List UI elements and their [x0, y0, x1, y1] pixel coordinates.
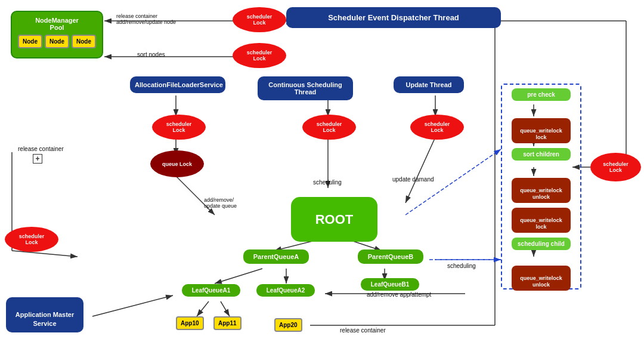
update-thread-node: Update Thread [394, 76, 464, 93]
scheduling-child-node: scheduling child [512, 238, 571, 250]
node1-node: Node [18, 35, 42, 48]
queue-writelock-unlock1-node: queue_writelock unlock [512, 178, 571, 203]
svg-line-11 [405, 137, 435, 203]
svg-line-14 [215, 269, 262, 284]
release-container-bottom-label: release container [340, 327, 386, 334]
leaf-queue-a1-node: LeafQueueA1 [182, 284, 240, 297]
parent-queue-b-node: ParentQueueB [358, 249, 423, 264]
parent-queue-a-node: ParentQueueA [243, 249, 309, 264]
queue-writelock-unlock2-node: queue_writelock unlock [512, 266, 571, 291]
leaf-queue-a2-node: LeafQueueA2 [256, 284, 315, 297]
scheduler-lock-left: scheduler Lock [5, 227, 58, 252]
scheduling-label: scheduling [313, 179, 342, 186]
nm-pool-node: NodeManager Pool Node Node Node [11, 11, 103, 58]
svg-line-17 [197, 301, 209, 316]
app20-node: App20 [274, 318, 302, 332]
node2-node: Node [45, 35, 69, 48]
add-remove-update-label: add/remove/ update queue [204, 197, 237, 209]
scheduler-lock2: scheduler Lock [233, 43, 286, 68]
leaf-queue-b1-node: LeafQueueB1 [361, 278, 419, 291]
svg-line-21 [92, 295, 173, 316]
scheduler-lock6: scheduler Lock [590, 153, 641, 181]
app10-node: App10 [176, 316, 204, 330]
nm-pool-label: NodeManager Pool [17, 17, 97, 31]
scheduler-lock1: scheduler Lock [233, 7, 286, 32]
scheduler-dispatcher-node: Scheduler Event Dispatcher Thread [286, 7, 501, 28]
release-add-remove-label: release container add/remove/update node [116, 13, 176, 25]
cont-sched-node: Continuous Scheduling Thread [258, 76, 353, 100]
svg-line-20 [12, 251, 78, 257]
scheduler-lock4: scheduler Lock [302, 115, 356, 140]
sort-nodes-label: sort nodes [137, 51, 165, 58]
queue-lock-node: queue Lock [150, 150, 204, 177]
queue-writelock-lock2-node: queue_writelock lock [512, 208, 571, 233]
pre-check-node: pre check [512, 88, 571, 101]
scheduler-lock3: scheduler Lock [152, 115, 206, 140]
root-node: ROOT [291, 197, 377, 242]
am-service-node: Application Master Service [6, 297, 83, 332]
app11-node: App11 [213, 316, 242, 330]
release-container-left-label: release container [18, 146, 64, 152]
svg-line-18 [221, 301, 230, 316]
svg-line-7 [176, 176, 215, 215]
update-demand-label: update damand [392, 176, 434, 183]
queue-writelock-lock1-node: queue_writelock lock [512, 118, 571, 143]
alloc-loader-node: AllocationFileLoaderService [130, 76, 225, 93]
add-remove-app-label: add/remove app/attempt [367, 291, 431, 298]
scheduler-lock5: scheduler Lock [410, 115, 464, 140]
scheduling-right-label: scheduling [447, 263, 476, 269]
node3-node: Node [72, 35, 96, 48]
diagram: NodeManager Pool Node Node Node Schedule… [0, 0, 644, 342]
sort-children-node: sort children [512, 148, 571, 161]
release-container-plus: + [33, 154, 42, 164]
